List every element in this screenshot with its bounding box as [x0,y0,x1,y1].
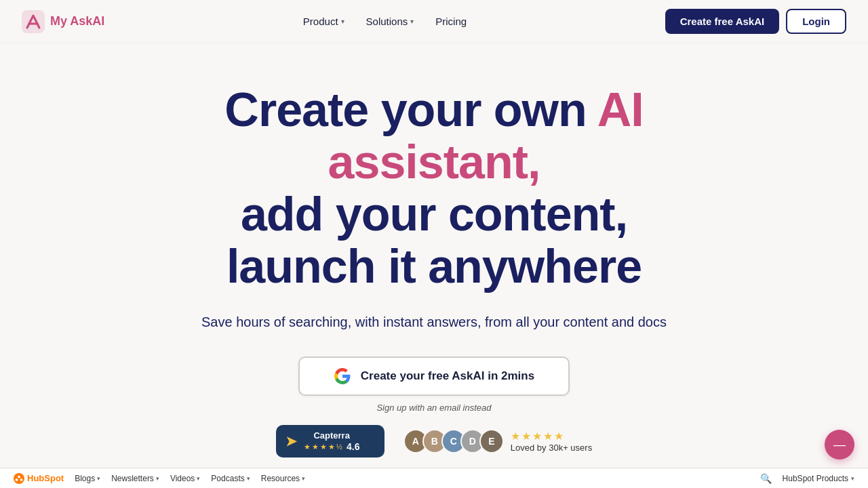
star-row: ★ ★ ★ ★ ★ [511,430,564,443]
bottom-nav-resources[interactable]: Resources ▾ [261,474,305,483]
chat-icon: — [833,438,846,452]
hubspot-icon [14,473,24,484]
avatar: E [479,429,504,453]
star-icon: ★ [511,430,520,443]
svg-point-3 [20,479,23,481]
bottom-nav-videos[interactable]: Videos ▾ [170,474,200,483]
hero-title: Create your own AI assistant, add your c… [129,84,739,293]
chevron-down-icon: ▾ [851,475,854,482]
chat-bubble-button[interactable]: — [825,430,854,460]
bottom-browser-bar: HubSpot Blogs ▾ Newsletters ▾ Videos ▾ P… [0,468,868,488]
nav-pricing[interactable]: Pricing [426,10,476,33]
users-group: A B C D E ★ ★ ★ ★ ★ Loved by 30k+ users [403,429,592,453]
chevron-down-icon: ▾ [197,475,200,482]
chevron-down-icon: ▾ [410,18,414,25]
chevron-down-icon: ▾ [341,18,344,25]
chevron-down-icon: ▾ [97,475,100,482]
star-icon: ★ [521,430,531,443]
capterra-icon: ➤ [285,433,297,449]
loved-text: ★ ★ ★ ★ ★ Loved by 30k+ users [511,430,592,453]
capterra-label: Capterra [304,430,360,441]
bottom-nav-blogs[interactable]: Blogs ▾ [75,474,100,483]
nav-links: Product ▾ Solutions ▾ Pricing [294,10,476,33]
bottom-nav-podcasts[interactable]: Podcasts ▾ [211,474,250,483]
chevron-down-icon: ▾ [302,475,305,482]
svg-point-1 [14,473,24,484]
nav-product[interactable]: Product ▾ [294,10,354,33]
star-icon: ★ [328,443,335,451]
chevron-down-icon: ▾ [156,475,159,482]
svg-point-2 [18,475,20,478]
svg-rect-0 [22,10,45,33]
star-icon: ★ [532,430,542,443]
email-signup-link[interactable]: Sign up with an email instead [376,403,491,413]
hero-subtitle: Save hours of searching, with instant an… [201,312,667,332]
star-icon: ★ [304,443,311,451]
nav-solutions[interactable]: Solutions ▾ [357,10,424,33]
chevron-down-icon: ▾ [247,475,250,482]
google-icon [334,367,351,385]
hubspot-logo: HubSpot [14,473,64,484]
logo-icon [22,10,45,33]
capterra-text: Capterra ★ ★ ★ ★ ½ 4.6 [304,430,360,452]
svg-point-4 [16,479,18,481]
loved-label: Loved by 30k+ users [511,443,592,453]
login-button[interactable]: Login [786,9,846,34]
star-icon: ★ [554,430,564,443]
bottom-nav-newsletters[interactable]: Newsletters ▾ [111,474,159,483]
capterra-score: 4.6 [347,441,359,452]
star-icon: ★ [320,443,327,451]
cta-section: Create your free AskAI in 2mins Sign up … [298,357,570,413]
star-icon: ★ [543,430,553,443]
search-icon: 🔍 [760,473,772,484]
logo-text: My AskAI [50,14,104,28]
hero-section: Create your own AI assistant, add your c… [0,43,868,478]
bottom-right-nav[interactable]: HubSpot Products ▾ [783,474,854,483]
star-half-icon: ½ [336,443,342,451]
navigation: My AskAI Product ▾ Solutions ▾ Pricing C… [0,0,868,43]
logo-link[interactable]: My AskAI [22,10,104,33]
bottom-search[interactable]: 🔍 [760,473,772,484]
star-icon: ★ [312,443,319,451]
social-proof-section: ➤ Capterra ★ ★ ★ ★ ½ 4.6 A B C D E [276,425,592,458]
avatars: A B C D E [403,429,504,453]
create-free-button[interactable]: Create free AskAI [665,9,780,34]
nav-cta-group: Create free AskAI Login [665,9,846,34]
capterra-stars: ★ ★ ★ ★ ½ 4.6 [304,441,360,452]
google-signup-button[interactable]: Create your free AskAI in 2mins [298,357,570,396]
capterra-badge: ➤ Capterra ★ ★ ★ ★ ½ 4.6 [276,425,384,458]
